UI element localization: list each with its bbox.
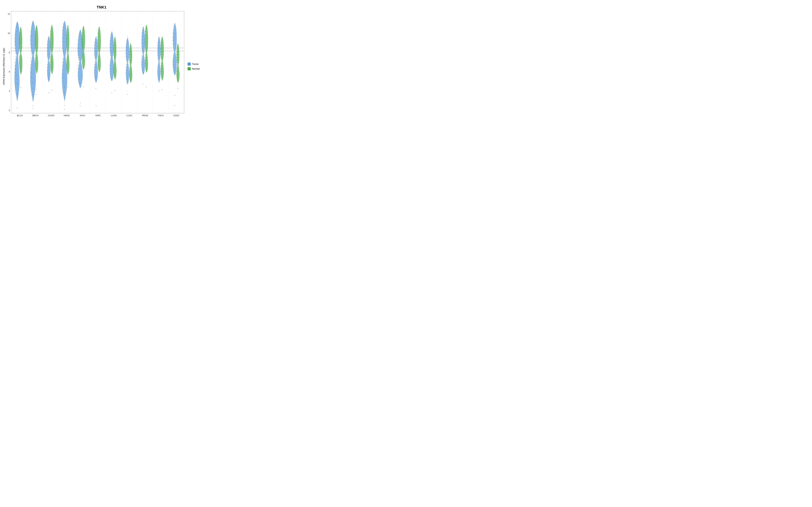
svg-point-122 xyxy=(51,67,52,68)
svg-point-393 xyxy=(172,61,173,62)
svg-point-396 xyxy=(174,70,174,71)
svg-point-364 xyxy=(161,40,161,40)
svg-point-314 xyxy=(141,43,142,44)
svg-point-232 xyxy=(98,56,98,56)
svg-point-186 xyxy=(83,27,84,27)
svg-point-177 xyxy=(78,65,79,66)
svg-point-253 xyxy=(110,74,111,75)
svg-point-82 xyxy=(35,55,35,56)
svg-point-413 xyxy=(176,76,177,76)
svg-point-132 xyxy=(62,45,63,46)
svg-point-371 xyxy=(161,59,161,59)
svg-point-171 xyxy=(78,48,78,49)
svg-point-254 xyxy=(111,77,111,78)
brca-tumor xyxy=(30,20,36,108)
svg-point-369 xyxy=(160,54,161,55)
svg-point-125 xyxy=(64,22,65,22)
svg-point-234 xyxy=(97,61,98,62)
svg-point-56 xyxy=(31,48,31,48)
svg-point-349 xyxy=(157,49,158,49)
svg-point-233 xyxy=(97,58,98,59)
svg-point-42 xyxy=(19,61,20,61)
svg-point-368 xyxy=(160,52,161,52)
svg-point-211 xyxy=(95,59,95,60)
svg-point-330 xyxy=(145,35,145,35)
svg-point-287 xyxy=(126,73,126,73)
svg-point-335 xyxy=(145,50,146,50)
svg-point-118 xyxy=(50,56,51,57)
svg-point-109 xyxy=(50,31,51,32)
svg-point-26 xyxy=(17,94,18,95)
svg-point-27 xyxy=(17,99,17,100)
svg-point-325 xyxy=(143,72,144,73)
svg-point-321 xyxy=(141,61,142,62)
svg-point-408 xyxy=(177,64,177,65)
svg-point-83 xyxy=(35,58,35,58)
svg-point-282 xyxy=(126,60,127,61)
svg-point-204 xyxy=(95,39,96,40)
svg-point-390 xyxy=(173,53,174,54)
svg-point-113 xyxy=(50,44,51,45)
svg-point-50 xyxy=(33,25,34,26)
svg-point-209 xyxy=(94,55,95,55)
svg-point-387 xyxy=(173,46,173,47)
svg-point-13 xyxy=(15,50,15,51)
svg-point-208 xyxy=(94,52,95,52)
svg-point-218 xyxy=(95,78,96,79)
svg-point-296 xyxy=(129,51,130,52)
svg-point-136 xyxy=(63,56,63,56)
svg-point-154 xyxy=(66,42,67,43)
svg-point-76 xyxy=(35,39,35,39)
svg-point-165 xyxy=(67,87,68,87)
svg-point-347 xyxy=(158,43,158,43)
svg-point-337 xyxy=(145,54,145,55)
svg-point-62 xyxy=(30,65,31,65)
lusc-tumor xyxy=(125,36,129,95)
svg-point-34 xyxy=(19,39,19,40)
svg-point-322 xyxy=(141,65,142,65)
svg-point-105 xyxy=(49,79,49,79)
svg-point-382 xyxy=(173,30,174,30)
svg-point-91 xyxy=(48,39,48,39)
svg-point-380 xyxy=(174,24,175,24)
svg-point-414 xyxy=(177,78,177,79)
svg-point-363 xyxy=(162,37,162,38)
svg-point-248 xyxy=(110,59,111,60)
svg-point-142 xyxy=(63,77,63,78)
svg-point-334 xyxy=(145,48,146,48)
svg-point-81 xyxy=(35,53,36,53)
svg-point-315 xyxy=(141,46,142,47)
svg-point-255 xyxy=(111,80,112,80)
svg-point-75 xyxy=(35,35,35,35)
svg-point-227 xyxy=(97,43,98,44)
svg-point-63 xyxy=(31,68,31,68)
svg-point-73 xyxy=(36,29,36,29)
svg-point-180 xyxy=(78,75,79,76)
svg-point-137 xyxy=(63,58,63,59)
svg-point-135 xyxy=(63,53,64,54)
svg-point-379 xyxy=(162,90,162,90)
svg-point-210 xyxy=(94,57,95,58)
svg-point-403 xyxy=(176,51,177,52)
svg-point-281 xyxy=(126,58,126,59)
x-label-item: KICH xyxy=(74,113,90,122)
svg-point-48 xyxy=(33,21,33,22)
lusc-normal xyxy=(129,43,132,83)
svg-point-143 xyxy=(63,82,64,82)
svg-point-305 xyxy=(129,73,130,74)
svg-point-279 xyxy=(125,53,126,54)
svg-point-329 xyxy=(145,31,146,32)
svg-point-124 xyxy=(51,90,52,91)
svg-point-23 xyxy=(16,79,17,79)
svg-point-133 xyxy=(62,48,63,49)
svg-point-24 xyxy=(17,84,18,84)
svg-point-260 xyxy=(113,45,114,46)
svg-point-152 xyxy=(66,35,67,36)
svg-point-373 xyxy=(160,63,161,64)
svg-point-45 xyxy=(20,69,21,69)
svg-point-130 xyxy=(62,38,62,38)
svg-point-100 xyxy=(47,65,48,65)
svg-point-226 xyxy=(97,40,98,40)
svg-point-365 xyxy=(161,43,161,43)
svg-point-360 xyxy=(159,79,159,79)
